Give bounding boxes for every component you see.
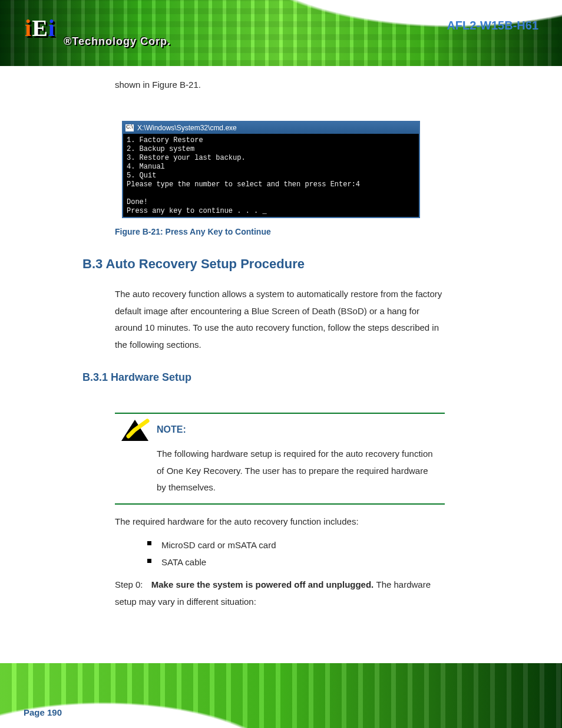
subsection-title: Hardware Setup [111, 371, 191, 383]
note-label: NOTE: [157, 424, 186, 435]
subsection-number: B.3.1 [82, 371, 108, 383]
cmd-title-text: X:\Windows\System32\cmd.exe [137, 124, 237, 132]
company-tagline: ®Technology Corp. [64, 35, 171, 48]
continuation-text: shown in Figure B-21. [115, 77, 445, 94]
logo-letter: i [25, 15, 32, 41]
note-rule-top [115, 413, 445, 414]
note-body: The following hardware setup is required… [157, 446, 439, 496]
product-name: AFL2-W15B-H61 [447, 19, 538, 32]
section-title: Auto Recovery Setup Procedure [106, 256, 305, 271]
cmd-output: 1. Factory Restore 2. Backup system 3. R… [123, 134, 419, 218]
hardware-list: MicroSD card or mSATA card SATA cable [147, 536, 276, 571]
section-number: B.3 [82, 256, 103, 271]
list-item: MicroSD card or mSATA card [147, 536, 276, 554]
cmd-screenshot: X:\Windows\System32\cmd.exe 1. Factory R… [122, 121, 420, 218]
logo-letter: E [32, 15, 48, 41]
note-rule-bottom [115, 503, 445, 505]
note-icon [120, 419, 150, 442]
company-logo: iEi [25, 14, 55, 42]
step-number: Step 0: [115, 579, 143, 589]
logo-letter: i [48, 15, 55, 41]
section-heading: B.3 Auto Recovery Setup Procedure [82, 256, 305, 272]
subsection-heading: B.3.1 Hardware Setup [82, 371, 191, 384]
section-body: The auto recovery function allows a syst… [115, 286, 445, 353]
step-paragraph: Step 0: Make sure the system is powered … [115, 577, 445, 610]
cmd-icon [125, 124, 134, 131]
banner-swoosh [165, 0, 562, 66]
figure-caption: Figure B-21: Press Any Key to Continue [115, 227, 271, 236]
hardware-list-intro: The required hardware for the auto recov… [115, 516, 359, 526]
step-lead: Make sure the system is powered off and … [151, 579, 376, 589]
footer-banner [0, 663, 562, 728]
page-number: Page 190 [24, 707, 62, 717]
cmd-titlebar: X:\Windows\System32\cmd.exe [123, 122, 419, 134]
list-item: SATA cable [147, 554, 276, 571]
header-banner: iEi ®Technology Corp. AFL2-W15B-H61 [0, 0, 562, 66]
